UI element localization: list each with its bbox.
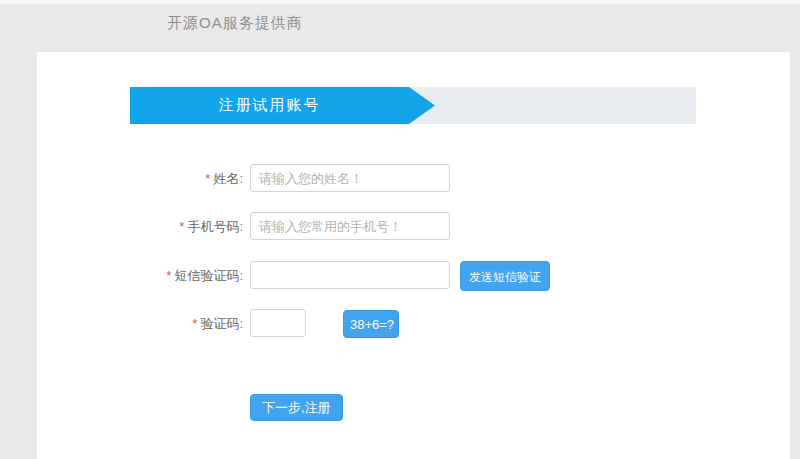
captcha-input[interactable]: [250, 309, 306, 337]
banner-bar: 注册试用账号: [130, 87, 696, 124]
required-marker: *: [166, 268, 171, 283]
name-label: *姓名:: [37, 164, 243, 194]
submit-register-button[interactable]: 下一步,注册: [250, 394, 343, 421]
phone-input[interactable]: [250, 212, 450, 240]
sms-code-label: *短信验证码:: [37, 261, 243, 291]
brand-title: 开源OA服务提供商: [167, 14, 303, 33]
registration-card: 注册试用账号 *姓名: *手机号码: *短信验证码: 发送短信验证码 *验证码:…: [37, 52, 790, 459]
captcha-question-button[interactable]: 38+6=?: [343, 310, 399, 338]
form-row-sms-code: *短信验证码: 发送短信验证码: [37, 261, 790, 291]
required-marker: *: [179, 219, 184, 234]
form-row-captcha: *验证码: 38+6=?: [37, 309, 790, 339]
sms-code-label-text: 短信验证码:: [174, 268, 243, 283]
form-row-name: *姓名:: [37, 164, 790, 194]
banner-title: 注册试用账号: [219, 96, 321, 115]
top-strip: [0, 0, 800, 4]
required-marker: *: [205, 171, 210, 186]
phone-label: *手机号码:: [37, 212, 243, 242]
required-marker: *: [192, 316, 197, 331]
captcha-label-text: 验证码:: [200, 316, 243, 331]
phone-label-text: 手机号码:: [187, 219, 243, 234]
sms-code-input[interactable]: [250, 261, 450, 289]
name-label-text: 姓名:: [213, 171, 243, 186]
name-input[interactable]: [250, 164, 450, 192]
form-row-phone: *手机号码:: [37, 212, 790, 242]
captcha-label: *验证码:: [37, 309, 243, 339]
send-sms-code-button[interactable]: 发送短信验证码: [460, 261, 550, 291]
banner-arrow: 注册试用账号: [130, 87, 435, 124]
